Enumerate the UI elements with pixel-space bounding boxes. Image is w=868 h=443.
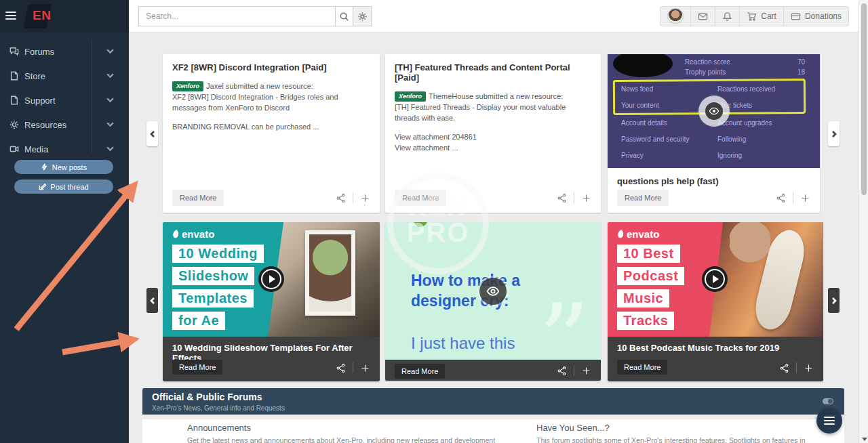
thumb-text-line: Podcast xyxy=(617,267,684,285)
read-more-button[interactable]: Read More xyxy=(617,190,669,206)
search-input[interactable] xyxy=(138,6,335,26)
scrollbar-thumb[interactable] xyxy=(861,3,867,195)
play-button[interactable] xyxy=(258,266,284,292)
video-thumbnail[interactable]: envato 10 Wedding Slideshow Templates fo… xyxy=(163,222,380,337)
chat-icon xyxy=(9,47,19,56)
carousel1-prev-button[interactable] xyxy=(146,121,158,146)
page-scrollbar[interactable] xyxy=(859,0,868,443)
avatar xyxy=(667,8,684,24)
carousel1-next-button[interactable] xyxy=(828,121,840,146)
share-icon[interactable] xyxy=(336,193,346,203)
thread-title[interactable]: questions pls help (fast) xyxy=(617,176,719,186)
credit-card-icon xyxy=(791,12,801,22)
search-group xyxy=(138,6,372,26)
sidebar-item-support[interactable]: Support xyxy=(0,88,129,112)
menu-item: News feed xyxy=(621,85,653,93)
forum-description: Get the latest news and announcements ab… xyxy=(187,436,506,443)
attachment-link[interactable]: View attachment 204861 xyxy=(395,132,591,143)
chevron-down-icon[interactable] xyxy=(106,72,114,79)
collapse-toggle-icon[interactable] xyxy=(823,398,833,404)
plus-icon[interactable] xyxy=(581,193,591,203)
menu-item: Privacy xyxy=(621,152,644,159)
alerts-button[interactable] xyxy=(715,7,739,26)
share-icon[interactable] xyxy=(336,363,346,373)
user-toolbar: Cart Donations xyxy=(660,6,849,26)
read-more-button[interactable]: Read More xyxy=(617,360,667,375)
floating-menu-button[interactable] xyxy=(816,408,842,434)
sidebar-item-forums[interactable]: Forums xyxy=(0,39,129,64)
search-button[interactable] xyxy=(335,6,353,26)
menu-item: Your content xyxy=(621,102,659,109)
video-camera-icon xyxy=(9,144,19,154)
thread-excerpt-2: BRANDING REMOVAL can be purchased ... xyxy=(172,122,370,133)
post-thread-label: Post thread xyxy=(50,183,88,191)
menu-item: Following xyxy=(717,135,746,143)
post-thread-button[interactable]: Post thread xyxy=(14,180,113,194)
carousel2-prev-button[interactable] xyxy=(146,288,158,313)
account-avatar[interactable] xyxy=(660,7,690,26)
share-icon[interactable] xyxy=(776,193,786,203)
thread-title[interactable]: [TH] Featured Threads and Content Portal… xyxy=(395,62,591,83)
chevron-right-icon xyxy=(831,131,837,138)
share-icon[interactable] xyxy=(557,193,567,203)
messages-button[interactable] xyxy=(690,7,715,26)
plus-icon[interactable] xyxy=(360,193,370,203)
read-more-button[interactable]: Read More xyxy=(172,360,222,375)
cart-button[interactable]: Cart xyxy=(739,7,783,26)
scrollbar-down-arrow-icon[interactable] xyxy=(862,438,867,441)
carousel2-next-button[interactable] xyxy=(828,288,840,313)
icon-divider xyxy=(574,192,574,203)
read-more-button[interactable]: Read More xyxy=(172,190,224,206)
plus-icon[interactable] xyxy=(581,366,591,376)
share-icon[interactable] xyxy=(557,366,567,376)
read-more-button[interactable]: Read More xyxy=(395,190,446,206)
plus-icon[interactable] xyxy=(360,363,370,373)
media-card-designer: ” How to make a designer cry: I just hav… xyxy=(385,222,601,381)
chevron-down-icon[interactable] xyxy=(106,121,114,128)
plus-icon[interactable] xyxy=(804,363,814,373)
chevron-down-icon[interactable] xyxy=(106,96,114,104)
category-title[interactable]: Official & Public Forums xyxy=(152,392,262,402)
xenforo-badge: Xenforo xyxy=(172,81,203,91)
thumb-text-line: Tracks xyxy=(617,312,674,330)
chevron-down-icon[interactable] xyxy=(106,47,114,55)
forum-link[interactable]: Announcements xyxy=(187,423,506,433)
play-button[interactable] xyxy=(702,266,728,292)
media-thumbnail[interactable]: ” How to make a designer cry: I just hav… xyxy=(385,222,601,360)
media-title[interactable]: 10 Best Podcast Music Tracks for 2019 xyxy=(617,343,779,353)
sidebar-nav: Forums Store Support Resources Media xyxy=(0,33,129,161)
sidebar-item-store[interactable]: Store xyxy=(0,64,129,88)
thumb-text-line: 10 Best xyxy=(617,245,680,263)
new-posts-button[interactable]: New posts xyxy=(14,160,113,174)
donations-button[interactable]: Donations xyxy=(783,7,848,26)
share-icon[interactable] xyxy=(779,363,789,373)
icon-divider xyxy=(353,192,353,203)
envato-leaf-icon xyxy=(617,230,624,239)
resource-card-discord: XF2 [8WR] Discord Integration [Paid] Xen… xyxy=(163,54,380,213)
read-more-button[interactable]: Read More xyxy=(395,364,445,379)
attachment-link-2[interactable]: View attachment ... xyxy=(395,143,591,154)
sidebar-item-resources[interactable]: Resources xyxy=(0,112,129,137)
sidebar-item-media[interactable]: Media xyxy=(0,137,129,161)
sidebar-item-label: Resources xyxy=(24,120,66,130)
thumb-text-line: Slideshow xyxy=(172,267,254,285)
chevron-right-icon xyxy=(831,297,837,304)
plus-icon[interactable] xyxy=(800,193,810,203)
thread-meta: ThemeHouse submitted a new resource: xyxy=(429,92,563,100)
preview-eye-button[interactable] xyxy=(698,96,730,127)
thread-excerpt: [TH] Featured Threads - Display your mos… xyxy=(395,102,591,124)
thread-title[interactable]: XF2 [8WR] Discord Integration [Paid] xyxy=(172,62,370,72)
thread-meta: Jaxel submitted a new resource: xyxy=(206,82,313,90)
preview-eye-button[interactable] xyxy=(479,278,507,305)
search-options-button[interactable] xyxy=(353,6,372,26)
eye-icon xyxy=(705,102,723,120)
cart-label: Cart xyxy=(761,12,776,21)
menu-icon[interactable] xyxy=(5,12,16,22)
forum-link[interactable]: Have You Seen...? xyxy=(536,423,835,433)
video-thumbnail[interactable]: envato 10 Best Podcast Music Tracks xyxy=(608,222,823,337)
sidebar-item-label: Store xyxy=(24,71,45,81)
forum-description: This forum spotlights some of Xen-Pro's … xyxy=(536,436,835,443)
new-posts-label: New posts xyxy=(52,163,87,171)
chevron-down-icon[interactable] xyxy=(106,145,114,152)
file-icon xyxy=(9,71,19,81)
